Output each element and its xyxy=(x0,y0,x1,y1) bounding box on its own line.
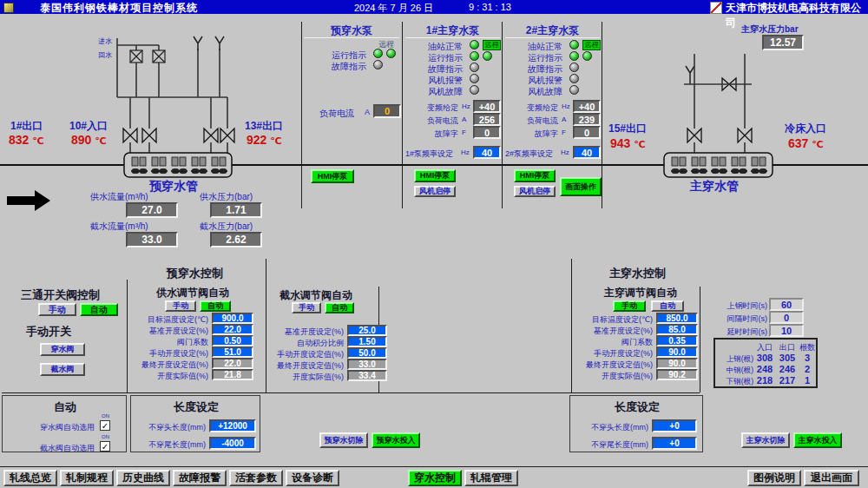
pre-row-label: 最终开度设定值(%) xyxy=(135,359,208,371)
main-auto-button[interactable]: 自动 xyxy=(651,300,684,312)
nav-exit-screen[interactable]: 退出画面 xyxy=(804,470,859,486)
cut-manual-button[interactable]: 手动 xyxy=(292,302,321,313)
pump1-current-label: 负荷电流 xyxy=(408,115,458,127)
pre-pump-current-unit: A xyxy=(365,108,370,116)
nav-rolling-schedule[interactable]: 轧制规程 xyxy=(60,470,114,486)
pump2-fan-fault-label: 风机故障 xyxy=(510,86,562,98)
pump1-fan-alarm-label: 风机报警 xyxy=(411,75,463,87)
temp-value-2: 890 ℃ xyxy=(71,133,107,147)
pump1-oil-label: 油站正常 xyxy=(411,41,463,53)
length-pre-tail-setpoint[interactable]: -4000 xyxy=(209,437,256,450)
table-row-count: 3 xyxy=(799,353,816,363)
temp-name-2: 10#入口 xyxy=(69,119,108,134)
pre-row-setpoint[interactable]: 22.0 xyxy=(212,324,253,335)
cut-row-label: 手动开度设定值(%) xyxy=(269,349,344,360)
nav-history-curve[interactable]: 历史曲线 xyxy=(116,470,170,486)
pump2-title: 2#主穿水泵 xyxy=(503,23,602,38)
pump2-faultword-value: 0 xyxy=(573,126,601,139)
table-row-inlet: 308 xyxy=(753,353,776,363)
nav-fault-alarm[interactable]: 故障报警 xyxy=(173,470,227,486)
main-row-label: 最终开度设定值(%) xyxy=(578,359,653,371)
pump1-run-led-1 xyxy=(470,51,479,61)
pump2-fan-button[interactable]: 风机启停 xyxy=(514,186,556,197)
pre-pump-stop-button[interactable]: HMI停泵 xyxy=(311,169,354,183)
pre-row-readout: 21.8 xyxy=(212,369,253,380)
table-row-outlet: 246 xyxy=(776,364,799,374)
pre-manual-button[interactable]: 手动 xyxy=(165,300,196,312)
length-pre-head-setpoint[interactable]: +12000 xyxy=(209,419,256,432)
length-main-tail-label: 不穿尾长度(mm) xyxy=(579,439,648,451)
pump2-freq-setpoint[interactable]: 40 xyxy=(573,146,601,159)
pump1-fault-led xyxy=(470,63,479,72)
nav-line-overview[interactable]: 轧线总览 xyxy=(3,470,57,486)
main-control-sub: 主穿调节阀自动 xyxy=(604,286,677,300)
pre-pump-run-led-1 xyxy=(373,49,383,58)
main-manual-button[interactable]: 手动 xyxy=(613,300,646,312)
pre-row-setpoint[interactable]: 0.50 xyxy=(212,335,253,346)
main-quench-on-button[interactable]: 主穿水投入 xyxy=(793,432,842,448)
main-row-readout: 90.2 xyxy=(656,369,698,380)
pre-auto-button[interactable]: 自动 xyxy=(200,300,231,312)
main-control-title: 主穿水控制 xyxy=(609,266,666,281)
pump2-stop-button[interactable]: HMI停泵 xyxy=(514,169,556,182)
pump2-freqset-unit: Hz xyxy=(562,102,570,110)
cut-row-readout: 33.0 xyxy=(347,359,387,370)
pump1-freq-label: 1#泵频率设定 xyxy=(405,148,453,160)
main-row-readout: 90.0 xyxy=(656,358,698,369)
timing-label: 延时时间(s) xyxy=(717,326,767,338)
cut-row-setpoint[interactable]: 50.0 xyxy=(347,347,387,359)
pump2-fan-fault-led xyxy=(569,85,579,95)
temp-name-5: 冷床入口 xyxy=(785,122,826,136)
pump1-stop-button[interactable]: HMI停泵 xyxy=(414,169,456,182)
table-row-label: 中钢(根) xyxy=(717,366,753,376)
pre-quench-on-button[interactable]: 预穿水投入 xyxy=(372,432,420,448)
nav-quench-control-active[interactable]: 穿水控制 xyxy=(408,470,462,486)
pre-row-setpoint[interactable]: 900.0 xyxy=(212,313,253,324)
pump2-freq-label: 2#泵频率设定 xyxy=(505,148,553,160)
cutoff-auto-select-checkbox[interactable]: ✓ xyxy=(100,441,110,452)
pump1-run-label: 运行指示 xyxy=(411,52,463,64)
main-row-setpoint[interactable]: 90.0 xyxy=(656,346,698,358)
pump1-current-value: 256 xyxy=(473,113,501,126)
pump2-run-led-2 xyxy=(582,51,592,61)
pump2-fault-led xyxy=(569,63,579,72)
cut-flow-value: 33.0 xyxy=(126,232,178,247)
quench-valve-button[interactable]: 穿水阀 xyxy=(40,343,85,356)
pump2-faultword-label: 故障字 xyxy=(508,129,558,140)
three-way-manual-button[interactable]: 手动 xyxy=(38,303,76,316)
length-main-tail-setpoint[interactable]: +0 xyxy=(652,437,697,450)
pump2-freqset-value: +40 xyxy=(573,100,601,113)
cut-row-setpoint[interactable]: 25.0 xyxy=(347,325,387,336)
main-row-setpoint[interactable]: 0.35 xyxy=(656,335,698,346)
nav-roll-management[interactable]: 轧辊管理 xyxy=(464,470,518,486)
main-quench-off-button[interactable]: 主穿水切除 xyxy=(741,432,790,448)
return-label: 回水 xyxy=(98,50,112,60)
pre-row-label: 目标温度设定(℃) xyxy=(135,314,208,326)
main-row-setpoint[interactable]: 850.0 xyxy=(656,313,698,324)
quench-auto-select-checkbox[interactable]: ✓ xyxy=(100,420,110,431)
cut-row-setpoint[interactable]: 1.50 xyxy=(347,336,387,347)
pump1-freq-setpoint[interactable]: 40 xyxy=(473,146,501,159)
manual-switch-title: 手动开关 xyxy=(26,324,71,340)
main-row-label: 手动开度设定(%) xyxy=(578,348,653,359)
pump2-freqset-label: 变频给定 xyxy=(508,102,558,114)
length-pre-title: 长度设定 xyxy=(131,399,261,415)
nav-looper-params[interactable]: 活套参数 xyxy=(229,470,283,486)
pump1-faultword-value: 0 xyxy=(473,126,501,139)
three-way-auto-button[interactable]: 自动 xyxy=(80,303,118,316)
nav-legend-help[interactable]: 图例说明 xyxy=(747,470,801,486)
pre-pump-title: 预穿水泵 xyxy=(302,23,401,38)
table-row-inlet: 218 xyxy=(753,375,776,386)
length-main-head-setpoint[interactable]: +0 xyxy=(652,419,697,432)
pre-row-setpoint[interactable]: 51.0 xyxy=(212,346,253,358)
main-pressure-value: 12.57 xyxy=(762,35,804,50)
cutoff-valve-button[interactable]: 截水阀 xyxy=(40,363,85,376)
pump1-fan-button[interactable]: 风机启停 xyxy=(414,186,456,197)
length-pre-head-label: 不穿头长度(mm) xyxy=(140,422,206,433)
nav-device-diagnosis[interactable]: 设备诊断 xyxy=(286,470,339,486)
temp-value-5: 637 ℃ xyxy=(788,136,824,150)
cut-auto-button[interactable]: 自动 xyxy=(325,302,354,313)
main-row-setpoint[interactable]: 85.0 xyxy=(656,324,698,335)
screen-operation-button[interactable]: 画面操作 xyxy=(560,177,602,196)
pre-quench-off-button[interactable]: 预穿水切除 xyxy=(319,432,368,448)
